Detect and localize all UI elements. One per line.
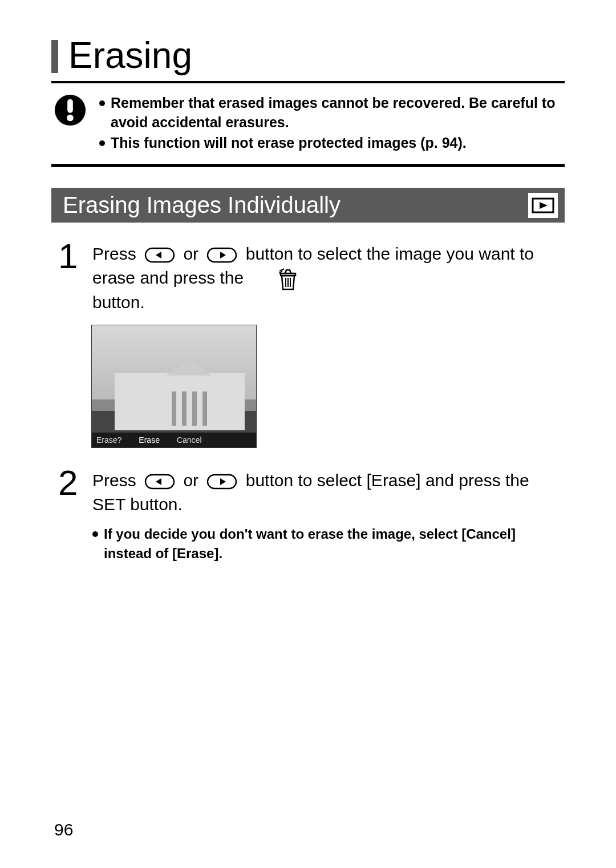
erase-option: Erase (139, 435, 160, 445)
step-number-1: 1 (58, 239, 82, 274)
svg-marker-17 (220, 478, 226, 485)
cancel-option: Cancel (177, 435, 202, 445)
page-title-section: Erasing (51, 34, 565, 76)
svg-rect-1 (67, 99, 73, 113)
left-arrow-button-icon (144, 247, 175, 263)
warning-item: Remember that erased images cannot be re… (99, 94, 565, 132)
svg-marker-15 (156, 478, 161, 485)
step-1-content: Press or button to select the image you … (92, 239, 565, 314)
camera-display-screenshot: Erase? Erase Cancel (91, 325, 257, 448)
page-number: 96 (54, 820, 73, 839)
warning-block: Remember that erased images cannot be re… (51, 94, 565, 154)
bullet-icon (99, 100, 105, 106)
step-2: 2 Press or button to select [Erase] and … (51, 465, 565, 563)
text-fragment: button. (92, 293, 145, 312)
title-rule (51, 81, 565, 83)
svg-point-2 (67, 115, 74, 122)
text-fragment: or (183, 244, 203, 263)
note-text: If you decide you don't want to erase th… (104, 524, 565, 563)
step-2-content: Press or button to select [Erase] and pr… (92, 465, 565, 563)
screenshot-columns (172, 391, 207, 426)
warning-list: Remember that erased images cannot be re… (99, 94, 565, 154)
step-1-text: Press or button to select the image you … (92, 242, 565, 314)
text-fragment: Press (92, 244, 141, 263)
erase-trash-icon (278, 268, 298, 290)
step-2-note: If you decide you don't want to erase th… (92, 524, 565, 563)
bullet-icon (99, 140, 105, 146)
svg-marker-6 (156, 252, 161, 259)
svg-line-12 (279, 269, 284, 271)
bullet-icon (92, 531, 98, 537)
page-title: Erasing (68, 34, 192, 76)
text-fragment: Press (92, 471, 141, 490)
erase-prompt-label: Erase? (96, 435, 121, 445)
svg-marker-8 (220, 252, 226, 259)
playback-mode-icon (528, 193, 558, 218)
step-number-2: 2 (58, 465, 82, 500)
svg-marker-4 (540, 202, 548, 209)
erase-prompt-bar: Erase? Erase Cancel (92, 433, 256, 447)
left-arrow-button-icon (144, 474, 175, 490)
text-fragment: or (183, 471, 203, 490)
exclamation-icon (54, 94, 87, 127)
title-accent-bar (51, 40, 58, 73)
right-arrow-button-icon (206, 474, 237, 490)
screenshot-building-roof (166, 360, 212, 376)
warning-rule (51, 164, 565, 167)
warning-item: This function will not erase protected i… (99, 134, 565, 153)
section-title: Erasing Images Individually (63, 192, 341, 218)
section-header: Erasing Images Individually (51, 188, 565, 223)
right-arrow-button-icon (206, 247, 237, 263)
step-1: 1 Press or button to select the image yo… (51, 239, 565, 314)
warning-text: Remember that erased images cannot be re… (111, 94, 565, 132)
step-2-text: Press or button to select [Erase] and pr… (92, 469, 565, 516)
warning-text: This function will not erase protected i… (111, 134, 467, 153)
